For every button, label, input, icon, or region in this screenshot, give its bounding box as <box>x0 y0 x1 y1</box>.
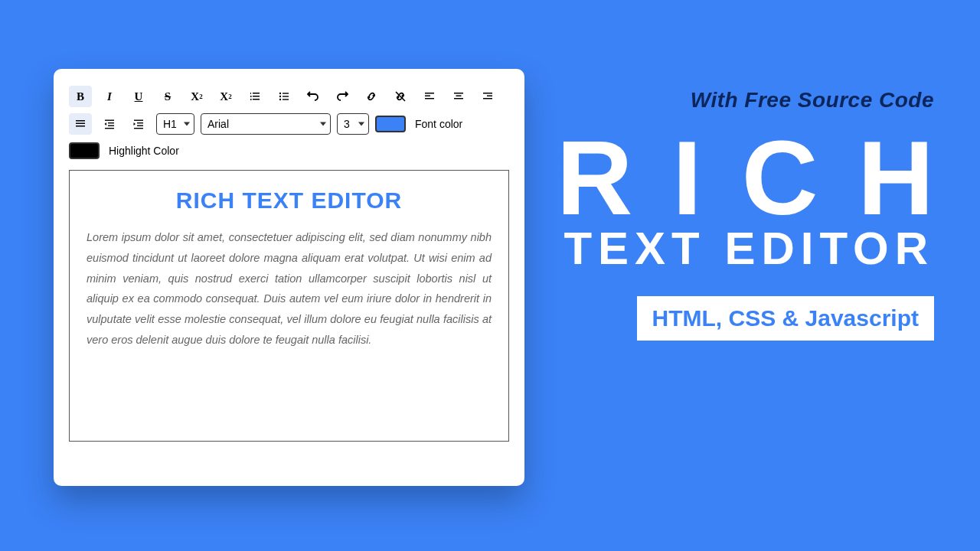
promo-tagline: With Free Source Code <box>557 88 934 112</box>
font-color-label: Font color <box>415 118 462 130</box>
svg-rect-18 <box>105 120 114 121</box>
font-family-select[interactable]: Arial <box>201 113 331 135</box>
content-title: RICH TEXT EDITOR <box>87 187 492 214</box>
unordered-list-button[interactable] <box>273 86 296 107</box>
outdent-button[interactable] <box>98 113 121 135</box>
align-justify-button[interactable] <box>69 113 92 135</box>
toolbar-row-3: Highlight Color <box>69 142 509 159</box>
svg-rect-21 <box>105 128 114 129</box>
svg-rect-25 <box>134 128 143 129</box>
svg-rect-16 <box>76 123 85 125</box>
svg-rect-7 <box>425 96 430 97</box>
subscript-button[interactable]: X2 <box>214 86 237 107</box>
redo-button[interactable] <box>331 86 354 107</box>
promo-badge: HTML, CSS & Javascript <box>637 296 934 341</box>
svg-rect-5 <box>283 99 289 99</box>
link-button[interactable] <box>360 86 383 107</box>
superscript-button[interactable]: X2 <box>185 86 208 107</box>
svg-rect-14 <box>483 98 492 99</box>
bold-button[interactable]: B <box>69 86 92 107</box>
editor-card: B I U S X2 X2 <box>54 69 524 486</box>
unlink-button[interactable] <box>389 86 412 107</box>
editor-content-area[interactable]: RICH TEXT EDITOR Lorem ipsum dolor sit a… <box>69 170 509 442</box>
highlight-color-swatch[interactable] <box>69 142 100 159</box>
svg-rect-6 <box>425 93 434 94</box>
promo-panel: With Free Source Code RICH TEXT EDITOR H… <box>557 88 934 341</box>
highlight-color-label: Highlight Color <box>109 145 179 157</box>
svg-rect-20 <box>108 126 114 126</box>
heading-select[interactable]: H1 <box>156 113 194 135</box>
svg-rect-10 <box>456 96 462 97</box>
content-body: Lorem ipsum dolor sit amet, consectetuer… <box>87 227 492 350</box>
font-size-select[interactable]: 3 <box>337 113 369 135</box>
svg-point-4 <box>279 99 281 100</box>
ordered-list-button[interactable] <box>243 86 266 107</box>
svg-rect-1 <box>283 93 289 93</box>
svg-rect-13 <box>487 96 492 97</box>
svg-rect-23 <box>137 122 143 123</box>
toolbar-row-1: B I U S X2 X2 <box>69 86 509 107</box>
svg-rect-24 <box>137 126 143 126</box>
underline-button[interactable]: U <box>127 86 150 107</box>
svg-rect-9 <box>454 93 463 94</box>
svg-rect-12 <box>483 93 492 94</box>
svg-rect-17 <box>76 126 85 127</box>
align-left-button[interactable] <box>418 86 441 107</box>
align-center-button[interactable] <box>447 86 470 107</box>
italic-button[interactable]: I <box>98 86 121 107</box>
svg-point-0 <box>279 93 281 94</box>
svg-rect-3 <box>283 96 289 96</box>
align-right-button[interactable] <box>476 86 499 107</box>
indent-button[interactable] <box>127 113 150 135</box>
toolbar-row-2: H1 Arial 3 Font color <box>69 113 509 135</box>
svg-point-2 <box>279 96 281 97</box>
font-color-swatch[interactable] <box>375 116 406 132</box>
svg-rect-19 <box>108 122 114 123</box>
svg-rect-22 <box>134 120 143 121</box>
strikethrough-button[interactable]: S <box>156 86 179 107</box>
promo-heading-sub: TEXT EDITOR <box>557 222 934 275</box>
svg-rect-15 <box>76 120 85 122</box>
svg-rect-8 <box>425 98 434 99</box>
svg-rect-11 <box>454 98 463 99</box>
undo-button[interactable] <box>302 86 325 107</box>
promo-heading-rich: RICH <box>557 128 974 228</box>
